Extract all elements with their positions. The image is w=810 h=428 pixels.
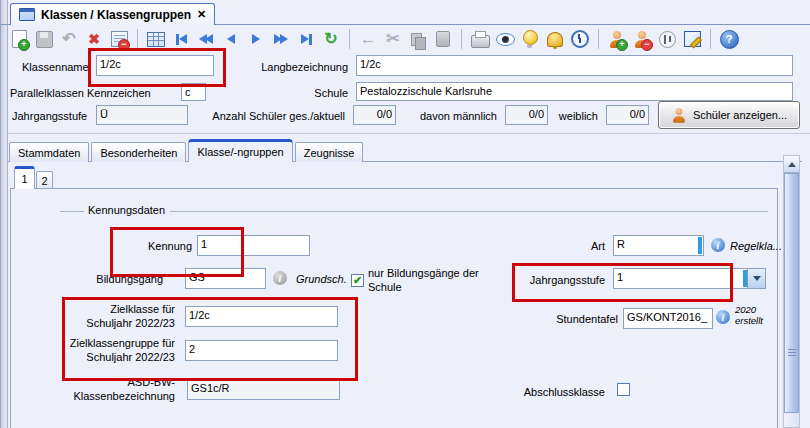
back-arrow-icon[interactable]: ← (357, 28, 379, 50)
langbezeichnung-label: Langbezeichnung (250, 61, 348, 73)
tab-zeugnisse[interactable]: Zeugnisse (295, 142, 364, 162)
info-icon[interactable]: i (716, 310, 730, 324)
toolbar-separator (598, 29, 599, 49)
subtab-1[interactable]: 1 (14, 166, 35, 189)
window-splitter[interactable] (0, 0, 8, 428)
davon-maennlich-value: 0/0 (505, 105, 548, 125)
toolbar-separator (710, 29, 711, 49)
abschlussklasse-label: Abschlussklasse (513, 386, 605, 398)
scrollbar-grip (788, 349, 796, 358)
jahrgangsstufe-label: Jahrgangsstufe (12, 110, 87, 122)
document-tab-title: Klassen / Klassengruppen (41, 8, 191, 22)
kennungsdaten-legend: Kennungsdaten (88, 204, 165, 216)
window-grid-icon (19, 8, 35, 21)
art-note: Regelkla... (730, 240, 782, 252)
edit-form-icon[interactable] (681, 28, 703, 50)
art-input[interactable]: R (613, 235, 704, 256)
header-divider (8, 133, 810, 134)
stundentafel-label: Stundentafel (530, 313, 618, 325)
nav-fast-back-icon[interactable] (195, 28, 217, 50)
klassenname-input[interactable]: 1/2c (96, 55, 214, 76)
tab-stammdaten[interactable]: Stammdaten (9, 142, 89, 162)
nav-fast-forward-icon[interactable] (270, 28, 292, 50)
abschlussklasse-checkbox[interactable] (617, 383, 630, 396)
schule-input[interactable]: Pestalozzischule Karlsruhe (356, 82, 793, 101)
add-person-icon[interactable]: + (606, 28, 628, 50)
cut-icon[interactable]: ✂ (382, 28, 404, 50)
anzahl-schueler-label: Anzahl Schüler ges./aktuell (203, 110, 345, 122)
help-icon[interactable]: ? (718, 28, 740, 50)
nav-back-icon[interactable] (220, 28, 242, 50)
zielklassengruppe-input[interactable]: 2 (185, 340, 338, 361)
nav-forward-icon[interactable] (245, 28, 267, 50)
zielklassengruppe-label: Zielklassengruppe für Schuljahr 2022/23 (62, 336, 175, 365)
kennung-label: Kennung (120, 240, 192, 252)
info-icon[interactable]: i (273, 271, 287, 285)
refresh-icon[interactable]: ↻ (320, 28, 342, 50)
weiblich-value: 0/0 (606, 105, 649, 125)
zielklasse-label: Zielklasse für Schuljahr 2022/23 (62, 302, 175, 331)
schueler-anzeigen-label: Schüler anzeigen... (693, 109, 787, 121)
undo-icon[interactable]: ↶ (58, 28, 80, 50)
parallelklassen-label: Parallelklassen Kennzeichen (10, 87, 151, 99)
jahrgangsstufe-input[interactable]: Ü (96, 105, 188, 125)
toolbar-separator (137, 29, 138, 49)
plus-badge-icon: + (18, 39, 30, 51)
schueler-anzeigen-button[interactable]: Schüler anzeigen... (658, 101, 800, 129)
legend-line (170, 211, 768, 212)
chevron-down-icon[interactable] (747, 269, 765, 288)
new-record-icon[interactable]: + (8, 28, 30, 50)
print-icon[interactable] (469, 28, 491, 50)
asd-bw-label: ASD-BW-Klassenbezeichnung (62, 375, 175, 404)
vertical-scrollbar[interactable] (783, 155, 800, 428)
klassenname-label: Klassenname (22, 61, 89, 73)
people-icon (672, 108, 686, 122)
close-icon[interactable]: ✕ (197, 8, 206, 21)
toolbar: + ↶ ✖ − ↻ ← ✂ + − ? (8, 27, 740, 51)
zielklasse-input[interactable]: 1/2c (185, 306, 338, 327)
filter-settings-icon[interactable] (656, 28, 678, 50)
subtab-2[interactable]: 2 (36, 171, 53, 189)
table-view-icon[interactable] (145, 28, 167, 50)
bildungsgang-input[interactable]: GS (185, 268, 266, 289)
tab-besonderheiten[interactable]: Besonderheiten (91, 142, 186, 162)
minus-badge-icon: − (118, 39, 130, 51)
nur-bildungsgaenge-checkbox[interactable]: ✔ (351, 274, 364, 287)
bell-icon[interactable] (544, 28, 566, 50)
kennung-input[interactable]: 1 (197, 235, 310, 256)
hint-lightbulb-icon[interactable] (519, 28, 541, 50)
document-tab-klassen[interactable]: Klassen / Klassengruppen ✕ (10, 3, 215, 25)
save-icon[interactable] (33, 28, 55, 50)
paste-icon[interactable] (432, 28, 454, 50)
davon-maennlich-label: davon männlich (403, 110, 497, 122)
weiblich-label: weiblich (550, 110, 598, 122)
scrollbar-thumb[interactable] (784, 173, 799, 413)
toolbar-separator (461, 29, 462, 49)
remove-person-icon[interactable]: − (631, 28, 653, 50)
delete-icon[interactable]: ✖ (83, 28, 105, 50)
stundentafel-input[interactable]: GS/KONT2016_ (623, 308, 713, 329)
copy-icon[interactable] (407, 28, 429, 50)
parallelklassen-input[interactable]: c (181, 83, 206, 101)
asd-bw-input: GS1c/R (187, 379, 340, 400)
stundentafel-note: 2020 erstellt (735, 305, 781, 327)
legend-line (60, 211, 84, 212)
form-remove-icon[interactable]: − (108, 28, 130, 50)
nav-first-icon[interactable] (170, 28, 192, 50)
art-label: Art (545, 240, 605, 252)
nav-last-icon[interactable] (295, 28, 317, 50)
anzahl-schueler-value: 0/0 (353, 105, 396, 125)
main-tabs: Stammdaten Besonderheiten Klasse/-ngrupp… (9, 139, 363, 162)
nur-bildungsgaenge-label: nur Bildungsgänge der Schule (368, 266, 482, 295)
schule-label: Schule (250, 87, 348, 99)
jahrgangsstufe-combobox[interactable]: 1 (613, 268, 766, 289)
field-marker (698, 237, 702, 254)
bildungsgang-note: Grundsch. (296, 273, 347, 285)
alarm-clock-icon[interactable] (569, 28, 591, 50)
toolbar-separator (349, 29, 350, 49)
langbezeichnung-input[interactable]: 1/2c (356, 55, 793, 76)
scrollbar-up-icon[interactable] (784, 156, 799, 173)
info-icon[interactable]: i (711, 238, 725, 252)
tab-klasse-ngruppen[interactable]: Klasse/-ngruppen (188, 139, 292, 162)
view-eye-icon[interactable] (494, 28, 516, 50)
